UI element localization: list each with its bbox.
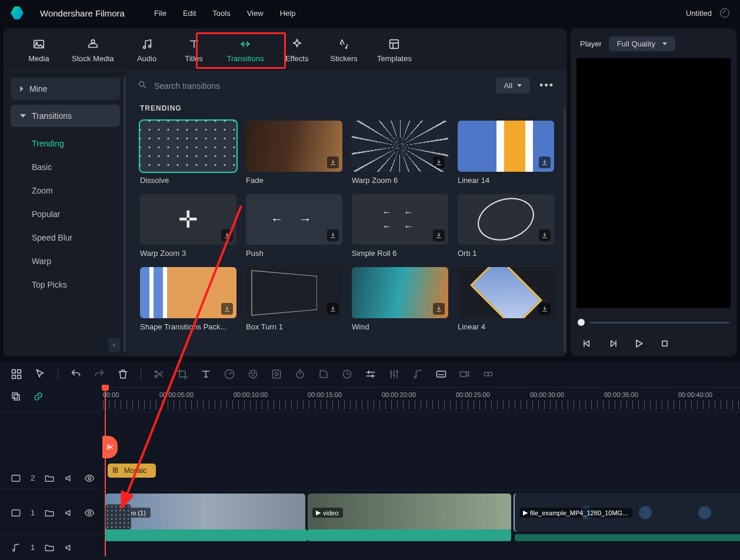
transition-thumb[interactable] [458, 194, 554, 245]
project-title[interactable]: Untitled [686, 9, 712, 18]
speed-icon[interactable] [224, 368, 235, 380]
tab-effects[interactable]: Effects [279, 35, 315, 65]
visibility-icon[interactable] [84, 473, 95, 484]
adjust-icon[interactable] [365, 368, 376, 380]
cursor-icon[interactable] [34, 368, 46, 380]
link-icon[interactable] [33, 391, 44, 402]
download-icon[interactable] [433, 229, 445, 241]
transition-thumb[interactable] [140, 121, 236, 172]
transition-thumb[interactable] [246, 121, 342, 172]
menu-tools[interactable]: Tools [212, 9, 230, 18]
transition-card[interactable]: Warp Zoom 6 [352, 121, 448, 185]
video-track-1[interactable]: 1 ▶ video (1) ▶ video ▶ file_example [0, 489, 740, 535]
tab-media[interactable]: Media [21, 35, 56, 65]
transition-card[interactable]: Shape Transitions Pack... [140, 267, 236, 331]
menu-edit[interactable]: Edit [183, 9, 196, 18]
sync-status-icon[interactable] [720, 8, 729, 18]
menu-help[interactable]: Help [280, 9, 296, 18]
download-icon[interactable] [433, 303, 445, 315]
quality-dropdown[interactable]: Full Quality [609, 36, 675, 51]
layout-icon[interactable] [11, 368, 22, 380]
transition-card[interactable]: Orb 1 [458, 194, 554, 258]
transition-thumb[interactable] [246, 194, 342, 245]
transition-thumb[interactable] [458, 267, 554, 318]
menu-file[interactable]: File [154, 9, 166, 18]
transition-card[interactable]: Box Turn 1 [246, 267, 342, 331]
preview-viewport[interactable] [576, 58, 731, 308]
download-icon[interactable] [327, 229, 339, 241]
transition-thumb[interactable] [458, 121, 554, 172]
time-ruler[interactable]: 00:00 00:00:05:00 00:00:10:00 00:00:15:0… [103, 387, 740, 409]
undo-icon[interactable] [70, 368, 82, 380]
redo-icon[interactable] [94, 368, 105, 380]
download-icon[interactable] [327, 156, 339, 168]
stop-button[interactable] [659, 338, 671, 349]
transition-card[interactable]: Fade [246, 121, 342, 185]
transition-card[interactable]: Warp Zoom 3 [140, 194, 236, 258]
overlay-track-2[interactable]: 2 Mosaic [0, 466, 740, 489]
sidebar-collapse-button[interactable]: ‹ [108, 338, 120, 352]
split-icon[interactable] [153, 368, 165, 380]
filter-dropdown[interactable]: All [496, 78, 530, 94]
sidebar-item-basic[interactable]: Basic [11, 155, 120, 179]
folder-icon[interactable] [44, 473, 55, 484]
content-scrollbar[interactable] [564, 107, 566, 352]
tab-audio[interactable]: Audio [129, 35, 165, 65]
transition-thumb[interactable] [352, 267, 448, 318]
sidebar-item-top-picks[interactable]: Top Picks [11, 273, 120, 296]
folder-icon[interactable] [44, 508, 55, 518]
mosaic-effect-clip[interactable]: Mosaic [108, 464, 156, 478]
mute-icon[interactable] [64, 473, 75, 484]
color-icon[interactable] [247, 368, 259, 380]
video-clip-2[interactable]: ▶ video [308, 494, 511, 532]
timer-icon[interactable] [294, 368, 306, 380]
subtitle-icon[interactable] [435, 368, 447, 380]
mute-icon[interactable] [64, 542, 75, 553]
more-options-icon[interactable]: ••• [537, 79, 556, 92]
play-button[interactable] [633, 338, 645, 349]
transition-thumb[interactable] [140, 267, 236, 318]
transition-thumb[interactable] [246, 267, 342, 318]
prev-frame-button[interactable] [581, 338, 593, 349]
transition-card[interactable]: Linear 14 [458, 121, 554, 185]
transition-card[interactable]: Push [246, 194, 342, 258]
motion-icon[interactable] [482, 368, 494, 380]
download-icon[interactable] [327, 303, 339, 315]
visibility-icon[interactable] [84, 508, 95, 518]
sidebar-item-warp[interactable]: Warp [11, 249, 120, 273]
tab-stock-media[interactable]: Stock Media [68, 35, 118, 65]
sidebar-scrollbar[interactable] [124, 76, 126, 352]
crop-icon[interactable] [176, 368, 188, 380]
add-track-icon[interactable] [11, 391, 21, 402]
transition-thumb[interactable] [140, 194, 236, 245]
folder-icon[interactable] [44, 542, 55, 553]
transition-card[interactable]: Dissolve [140, 121, 236, 185]
transition-thumb[interactable] [352, 194, 448, 245]
download-icon[interactable] [221, 303, 233, 315]
seek-knob[interactable] [578, 319, 585, 326]
transition-card[interactable]: Linear 4 [458, 267, 554, 331]
sidebar-item-zoom[interactable]: Zoom [11, 179, 120, 202]
video-clip-1[interactable]: ▶ video (1) [105, 494, 305, 532]
mark-in-icon[interactable] [318, 368, 329, 380]
tab-titles[interactable]: Titles [176, 35, 212, 65]
sidebar-item-speed-blur[interactable]: Speed Blur [11, 226, 120, 249]
text-icon[interactable] [200, 368, 212, 380]
sidebar-item-trending[interactable]: Trending [11, 132, 120, 155]
search-input[interactable] [154, 81, 489, 91]
music-icon[interactable] [412, 368, 424, 380]
tab-transitions[interactable]: Transitions [224, 35, 268, 65]
transition-card[interactable]: Simple Roll 6 [352, 194, 448, 258]
tab-templates[interactable]: Templates [374, 35, 415, 65]
seek-bar[interactable] [578, 319, 729, 326]
audio-track-1[interactable]: 1 [0, 535, 740, 558]
video-clip-4[interactable]: ▶ file_example_MP4_1280_10MG... [515, 494, 740, 532]
transition-thumb[interactable] [352, 121, 448, 172]
delete-icon[interactable] [117, 368, 129, 380]
transition-card[interactable]: Wind [352, 267, 448, 331]
mute-icon[interactable] [64, 508, 75, 518]
mark-out-icon[interactable] [341, 368, 353, 380]
download-icon[interactable] [539, 156, 551, 168]
download-icon[interactable] [539, 303, 551, 315]
record-icon[interactable] [459, 368, 471, 380]
